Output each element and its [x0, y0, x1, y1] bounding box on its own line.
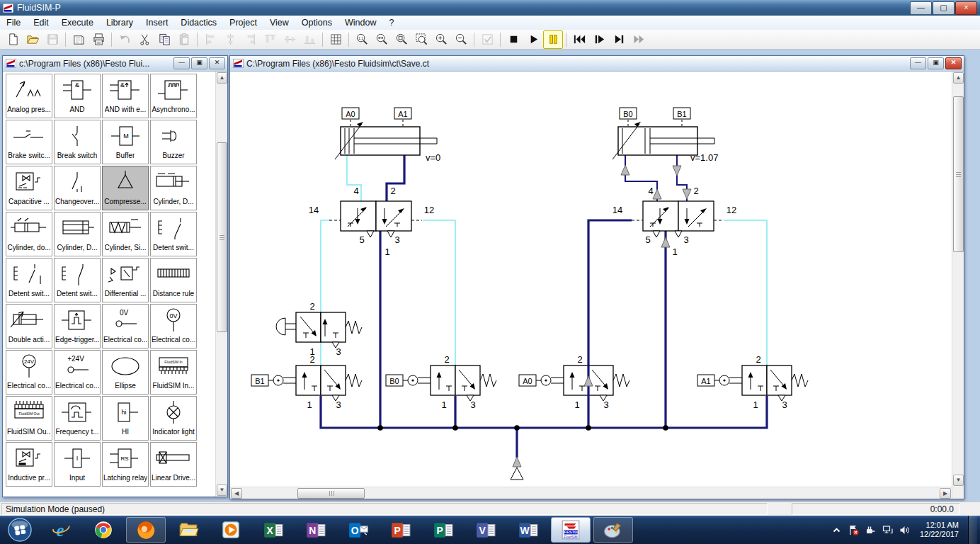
- valve-a-52[interactable]: 14 12 4 2 5 3 1: [309, 186, 434, 257]
- taskbar-outlook-icon[interactable]: O: [338, 517, 378, 543]
- taskbar-onenote-icon[interactable]: N: [296, 517, 336, 543]
- show-desktop-button[interactable]: [968, 516, 977, 544]
- open-file-button[interactable]: [23, 30, 42, 49]
- menu-insert[interactable]: Insert: [139, 16, 174, 29]
- maximize-button[interactable]: ▢: [933, 1, 955, 15]
- library-item-cylinder-single[interactable]: Cylinder, Si...: [102, 212, 149, 256]
- library-item-and-edge[interactable]: &AND with e...: [102, 74, 149, 118]
- taskbar-excel-icon[interactable]: X: [253, 517, 293, 543]
- single-step-button[interactable]: [589, 30, 609, 49]
- library-item-elec-0v[interactable]: 0VElectrical co...: [102, 304, 149, 348]
- limit-valve-b0[interactable]: B0 2 1 3: [386, 354, 496, 410]
- circuit-minimize-button[interactable]: —: [910, 57, 926, 69]
- library-item-capacitive-sensor[interactable]: Capacitive ...: [6, 166, 52, 210]
- library-item-frequency[interactable]: Frequency t...: [54, 396, 101, 441]
- zoom-out-button[interactable]: [451, 30, 471, 49]
- scroll-left-arrow[interactable]: ◀: [231, 488, 242, 499]
- scroll-down-arrow[interactable]: ▼: [953, 475, 964, 486]
- circuit-close-button[interactable]: ✕: [945, 57, 962, 69]
- taskbar-paint-icon[interactable]: [593, 517, 633, 543]
- hidden-icons-chevron-icon[interactable]: [831, 524, 843, 536]
- minimize-button[interactable]: —: [910, 1, 932, 15]
- scroll-thumb[interactable]: [297, 488, 365, 499]
- cylinder-a[interactable]: A0 A1 v=0: [335, 108, 440, 163]
- zoom-fit-page-button[interactable]: [392, 30, 411, 49]
- library-item-break-switch[interactable]: Break switch: [54, 120, 101, 164]
- zoom-fit-width-button[interactable]: [372, 30, 392, 49]
- menu-window[interactable]: Window: [338, 16, 382, 29]
- scroll-right-arrow[interactable]: ▶: [940, 488, 951, 499]
- menu-view[interactable]: View: [263, 16, 295, 29]
- taskbar-powerpoint-icon[interactable]: P: [381, 517, 421, 543]
- menu-options[interactable]: Options: [295, 16, 338, 29]
- menu-project[interactable]: Project: [223, 16, 263, 29]
- start-simulation-button[interactable]: [523, 30, 543, 49]
- network-icon[interactable]: [882, 524, 894, 536]
- library-item-latching-relay[interactable]: RSLatching relay: [102, 442, 149, 487]
- limit-valve-a0[interactable]: A0 2 1 3: [519, 354, 629, 410]
- pushbutton-valve[interactable]: 2 1 3: [276, 301, 362, 357]
- scroll-down-arrow[interactable]: ▼: [217, 484, 227, 496]
- menu-execute[interactable]: Execute: [55, 16, 100, 29]
- taskbar-start-button[interactable]: [1, 517, 38, 543]
- cut-button[interactable]: [135, 30, 154, 49]
- action-center-flag-icon[interactable]: [848, 524, 860, 536]
- zoom-rectangle-button[interactable]: [411, 30, 431, 49]
- stop-simulation-button[interactable]: [503, 30, 523, 49]
- library-item-detent-switch2[interactable]: Detent swit...: [6, 258, 52, 302]
- menu-file[interactable]: File: [0, 16, 27, 29]
- library-item-edge-trigger[interactable]: Edge-trigger...: [54, 304, 101, 348]
- library-item-ellipse[interactable]: Ellipse: [102, 350, 149, 395]
- copy-button[interactable]: [154, 30, 174, 49]
- menu-help[interactable]: ?: [382, 16, 400, 29]
- taskbar-chrome-icon[interactable]: [84, 517, 123, 543]
- library-minimize-button[interactable]: —: [173, 57, 190, 69]
- pause-simulation-button[interactable]: [543, 30, 563, 49]
- reset-simulation-button[interactable]: [569, 30, 589, 49]
- scroll-up-arrow[interactable]: ▲: [217, 72, 227, 84]
- cylinder-b[interactable]: B0 B1 v=1.07: [612, 108, 718, 163]
- scroll-up-arrow[interactable]: ▲: [953, 72, 964, 84]
- circuit-vertical-scrollbar[interactable]: ▲ ▼: [952, 72, 964, 499]
- grid-button[interactable]: [326, 30, 346, 49]
- library-window-caption[interactable]: c:\Program Files (x86)\Festo Flui... — ▣…: [3, 56, 227, 72]
- library-item-hi-label[interactable]: hiHI: [102, 396, 149, 441]
- library-item-detent-switch[interactable]: Detent swit...: [150, 212, 197, 256]
- library-item-cylinder-double[interactable]: Cylinder, D...: [150, 166, 197, 210]
- circuit-restore-button[interactable]: ▣: [928, 57, 944, 69]
- taskbar-fluidsim-icon[interactable]: FESTOFluidSIM: [551, 517, 591, 543]
- scroll-thumb[interactable]: [217, 142, 227, 332]
- library-item-fluidsim-in[interactable]: FluidSIM InFluidSIM In...: [150, 350, 197, 395]
- library-item-brake-switch[interactable]: Brake switc...: [6, 120, 52, 164]
- library-item-async-counter[interactable]: Asynchrono...: [150, 74, 197, 118]
- library-item-changeover-switch[interactable]: Changeover...: [54, 166, 101, 210]
- taskbar-visio-icon[interactable]: V: [466, 517, 506, 543]
- limit-valve-b1[interactable]: B1 2 1 3: [251, 354, 362, 410]
- library-vertical-scrollbar[interactable]: ▲ ▼: [215, 72, 227, 497]
- menu-edit[interactable]: Edit: [27, 16, 55, 29]
- library-item-distance-rule[interactable]: Distance rule: [150, 258, 197, 302]
- library-restore-button[interactable]: ▣: [191, 57, 207, 69]
- library-item-compressed-air[interactable]: Compresse...: [102, 166, 149, 210]
- zoom-in-button[interactable]: [431, 30, 451, 49]
- volume-icon[interactable]: [899, 524, 911, 536]
- library-item-elec-24v[interactable]: +24VElectrical co...: [54, 350, 101, 395]
- taskbar-firefox-icon[interactable]: [126, 517, 166, 543]
- zoom-original-button[interactable]: 1:1: [352, 30, 372, 49]
- library-item-linear-drive[interactable]: Linear Drive...: [150, 442, 197, 487]
- library-item-and-gate[interactable]: &AND: [54, 74, 101, 118]
- power-plug-icon[interactable]: [865, 524, 877, 536]
- taskbar-word-icon[interactable]: W: [508, 517, 548, 543]
- simulate-to-state-change-button[interactable]: [609, 30, 629, 49]
- close-button[interactable]: ×: [955, 1, 977, 15]
- taskbar-publisher-icon[interactable]: P: [423, 517, 463, 543]
- library-item-input[interactable]: IInput: [54, 442, 101, 487]
- library-item-double-acting[interactable]: Double acti...: [6, 304, 52, 348]
- circuit-horizontal-scrollbar[interactable]: ◀ ▶: [230, 487, 952, 499]
- scroll-thumb[interactable]: [953, 96, 964, 252]
- library-item-differential[interactable]: Differential ...: [102, 258, 149, 302]
- print-button[interactable]: [89, 30, 108, 49]
- taskbar-internet-explorer-icon[interactable]: e: [41, 517, 81, 543]
- menu-library[interactable]: Library: [100, 16, 139, 29]
- limit-valve-a1[interactable]: A1 2 1 3: [697, 354, 808, 410]
